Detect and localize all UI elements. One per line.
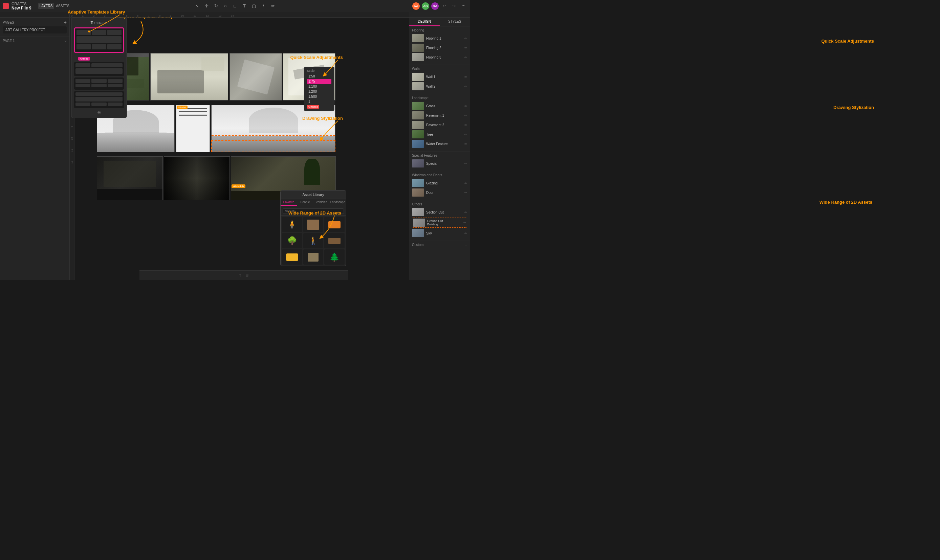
frame-aerial-2[interactable] xyxy=(150,53,228,100)
scale-1-200[interactable]: 1:200 xyxy=(307,89,331,94)
door-edit[interactable]: ✏ xyxy=(464,191,467,195)
tpl-sm-1 xyxy=(76,63,90,67)
asset-car-orange[interactable] xyxy=(324,217,345,232)
scale-1-75[interactable]: 1:75 xyxy=(307,79,331,84)
circle-tool[interactable]: ○ xyxy=(222,2,229,10)
text-tool[interactable]: T xyxy=(241,2,248,10)
glazing-thumb xyxy=(412,179,424,187)
section-cut-thumb xyxy=(412,208,424,216)
flooring-2-edit[interactable]: ✏ xyxy=(464,46,467,50)
layers-tab[interactable]: LAYERS xyxy=(38,3,54,9)
scale-1[interactable]: 1 xyxy=(307,99,331,104)
flooring-3-edit[interactable]: ✏ xyxy=(464,55,467,59)
pavement-1-thumb xyxy=(412,111,424,120)
frame-document[interactable] xyxy=(176,105,210,152)
abdullah-tag: Abdullah xyxy=(231,185,245,188)
more-button[interactable]: ⋯ xyxy=(460,2,467,10)
scale-1-500[interactable]: 1:500 xyxy=(307,94,331,99)
asset-furniture-1[interactable] xyxy=(303,217,324,232)
left-panel-tabs: LAYERS ASSETS xyxy=(38,3,71,9)
scale-popup: Scale 1:50 1:75 1:100 1:200 1:500 1 Ghab… xyxy=(304,67,334,111)
grass-edit[interactable]: ✏ xyxy=(464,104,467,108)
wall-1-name: Wall 1 xyxy=(426,75,464,79)
others-title: Others xyxy=(412,202,467,206)
styles-tab[interactable]: STYLES xyxy=(440,18,470,26)
template-inactive-2[interactable] xyxy=(74,77,124,90)
tpl-e xyxy=(91,84,106,87)
rounded-rect-tool[interactable]: ▢ xyxy=(250,2,257,10)
asset-tab-favorite[interactable]: Favorite xyxy=(280,199,297,206)
pages-section: PAGES + ART GALLERY PROJECT xyxy=(0,18,69,37)
undo-button[interactable]: ↩ xyxy=(441,2,448,10)
crosshair-tool[interactable]: ✛ xyxy=(203,2,210,10)
grid-icon[interactable]: ⊞ xyxy=(245,273,248,277)
walls-title: Walls xyxy=(412,67,467,71)
redo-button[interactable]: ↪ xyxy=(450,2,458,10)
ground-cut-building-item: Ground Cut Building ✏ xyxy=(412,218,467,228)
add-page-button[interactable]: + xyxy=(64,20,67,25)
tpl-sm-2 xyxy=(91,63,123,67)
asset-library-title: Asset Library xyxy=(280,191,346,199)
page-options[interactable]: ○ xyxy=(64,38,67,43)
khalid-tag: Khalid xyxy=(177,106,188,109)
tpl-wide-2 xyxy=(76,68,123,74)
flooring-title: Flooring xyxy=(412,28,467,32)
flooring-1-thumb xyxy=(412,34,424,42)
zoom-icon[interactable]: T xyxy=(239,274,241,277)
page-item-gallery[interactable]: ART GALLERY PROJECT xyxy=(3,26,67,34)
template-active[interactable] xyxy=(74,28,124,53)
glazing-edit[interactable]: ✏ xyxy=(464,182,467,185)
asset-tree-1[interactable]: 🌳 xyxy=(282,233,302,248)
asset-car-yellow[interactable] xyxy=(282,249,302,265)
ground-cut-building-edit[interactable]: ✏ xyxy=(464,221,466,225)
wall-1-edit[interactable]: ✏ xyxy=(464,75,467,79)
frame-dark-2[interactable] xyxy=(164,156,230,200)
asset-crate[interactable] xyxy=(303,249,324,265)
horizontal-ruler: 0 1 2 3 4 5 6 7 8 9 10 11 12 13 14 xyxy=(70,12,409,18)
asset-person-1[interactable]: 🧍 xyxy=(282,217,302,232)
rect-tool[interactable]: □ xyxy=(231,2,239,10)
landscape-section: Landscape Grass ✏ Pavement 1 ✏ Pavement … xyxy=(409,94,470,152)
flooring-1-edit[interactable]: ✏ xyxy=(464,37,467,40)
pen-tool[interactable]: / xyxy=(260,2,267,10)
asset-tab-vehicles[interactable]: Vehicles xyxy=(313,199,330,206)
section-cut-edit[interactable]: ✏ xyxy=(464,211,467,214)
assets-tab[interactable]: ASSETS xyxy=(54,3,71,9)
ahmed-tag: Ahmed xyxy=(78,57,90,61)
water-feature-edit[interactable]: ✏ xyxy=(464,142,467,146)
left-panel: PAGES + ART GALLERY PROJECT PAGE 1 ○ xyxy=(0,18,70,280)
asset-furniture-2[interactable] xyxy=(324,233,345,248)
scale-1-50[interactable]: 1:50 xyxy=(307,74,331,79)
special-edit[interactable]: ✏ xyxy=(464,162,467,165)
pencil-tool[interactable]: ✏ xyxy=(269,2,277,10)
template-inactive-1[interactable] xyxy=(74,62,124,76)
frame-aerial-3[interactable] xyxy=(230,53,282,100)
asset-search-input[interactable] xyxy=(283,208,344,214)
design-tab[interactable]: DESIGN xyxy=(409,18,440,26)
add-template-icon[interactable]: ⊕ xyxy=(74,110,124,115)
tree-edit[interactable]: ✏ xyxy=(464,132,467,136)
rotate-tool[interactable]: ↻ xyxy=(212,2,220,10)
wall-2-edit[interactable]: ✏ xyxy=(464,85,467,88)
asset-tab-landscape[interactable]: Landscape xyxy=(330,199,346,206)
flooring-section: Flooring Flooring 1 ✏ Flooring 2 ✏ Floor… xyxy=(409,26,470,65)
template-inactive-3[interactable] xyxy=(74,91,124,108)
avatar-ag: AG xyxy=(422,2,429,10)
grass-name: Grass xyxy=(426,104,464,108)
sky-edit[interactable]: ✏ xyxy=(464,231,467,235)
asset-person-2[interactable]: 🚶 xyxy=(303,233,324,248)
pavement-2-edit[interactable]: ✏ xyxy=(464,123,467,127)
frame-dark-1[interactable] xyxy=(97,156,163,200)
custom-section: Custom + xyxy=(409,241,470,251)
scale-1-100[interactable]: 1:100 xyxy=(307,84,331,89)
app-logo xyxy=(3,3,9,9)
asset-tree-2[interactable]: 🌲 xyxy=(324,249,345,265)
cursor-tool[interactable]: ↖ xyxy=(193,2,201,10)
asset-tab-people[interactable]: People xyxy=(297,199,313,206)
wall-1-thumb xyxy=(412,73,424,81)
water-feature-name: Water Feature xyxy=(426,142,464,146)
frame-section-2[interactable] xyxy=(211,105,336,152)
flooring-3-item: Flooring 3 ✏ xyxy=(412,53,467,61)
add-custom-button[interactable]: + xyxy=(465,244,467,248)
pavement-1-edit[interactable]: ✏ xyxy=(464,114,467,117)
